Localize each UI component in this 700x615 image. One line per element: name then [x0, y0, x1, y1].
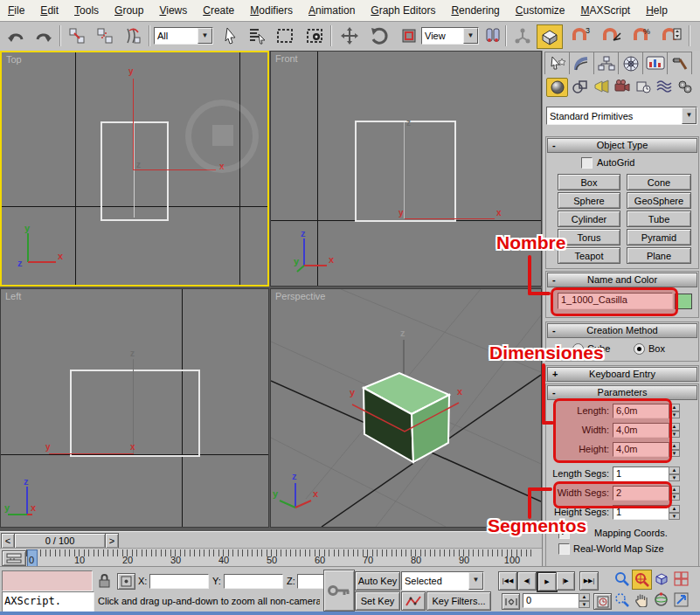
category-space-warps-icon[interactable] [654, 78, 674, 95]
previous-frame-button[interactable]: ◀| [517, 571, 537, 591]
category-cameras-icon[interactable] [612, 78, 632, 95]
menu-item-group[interactable]: Group [107, 2, 151, 19]
category-shapes-icon[interactable] [570, 78, 590, 95]
tab-display[interactable] [642, 52, 668, 74]
tab-utilities[interactable] [667, 52, 692, 74]
region-zoom-icon[interactable] [613, 591, 631, 609]
maxscript-listener-input[interactable]: AXScript. [2, 591, 94, 612]
viewport-perspective-label[interactable]: Perspective [275, 291, 325, 301]
keyboard-shortcut-override-icon[interactable] [537, 24, 563, 49]
viewport-left-label[interactable]: Left [5, 291, 21, 301]
unlink-selection-icon[interactable] [94, 25, 115, 46]
select-and-manipulate-icon[interactable] [512, 25, 533, 46]
select-and-rotate-icon[interactable] [369, 25, 390, 46]
rollout-name-color-header[interactable]: - Name and Color [547, 273, 697, 287]
length-segs-field[interactable]: 1 [613, 466, 670, 481]
rollout-keyboard-entry-header[interactable]: + Keyboard Entry [547, 367, 697, 382]
object-type-button-sphere[interactable]: Sphere [558, 192, 620, 209]
width-spinner[interactable]: ▲▼ [669, 423, 680, 438]
menu-item-tools[interactable]: Tools [66, 2, 107, 19]
menu-item-help[interactable]: Help [638, 2, 676, 19]
object-type-button-pyramid[interactable]: Pyramid [627, 229, 691, 245]
bind-to-space-warp-icon[interactable] [122, 25, 143, 46]
menu-item-modifiers[interactable]: Modifiers [242, 2, 301, 19]
height-spinner[interactable]: ▲▼ [669, 442, 680, 457]
collapse-icon[interactable]: - [552, 324, 556, 337]
category-lights-icon[interactable] [591, 78, 611, 95]
object-type-button-plane[interactable]: Plane [627, 247, 691, 264]
new-key-mode-icon[interactable] [401, 591, 426, 611]
expand-icon[interactable]: + [552, 368, 558, 381]
key-mode-toggle-icon[interactable] [502, 593, 520, 610]
menu-item-edit[interactable]: Edit [32, 2, 66, 19]
height-segs-spinner[interactable]: ▲▼ [669, 505, 680, 520]
collapse-icon[interactable]: - [552, 273, 556, 287]
menu-item-maxscript[interactable]: MAXScript [573, 2, 639, 19]
viewcube-compass[interactable] [185, 100, 259, 173]
time-slider-handle[interactable]: 0 / 100 [14, 533, 106, 549]
object-type-button-geosphere[interactable]: GeoSphere [627, 192, 691, 209]
set-keys-button[interactable] [323, 570, 355, 612]
mini-curve-editor-button[interactable] [2, 550, 26, 566]
time-slider-prev-button[interactable]: < [1, 533, 15, 549]
object-type-button-torus[interactable]: Torus [558, 229, 620, 245]
radio-box[interactable] [634, 343, 645, 355]
length-segs-spinner[interactable]: ▲▼ [669, 466, 680, 481]
tab-hierarchy[interactable] [593, 52, 619, 74]
menu-item-views[interactable]: Views [151, 2, 195, 19]
autogrid-checkbox[interactable] [581, 157, 593, 169]
spinner-snap-toggle-icon[interactable] [661, 25, 682, 46]
set-key-button[interactable]: Set Key [355, 591, 400, 611]
menu-item-customize[interactable]: Customize [508, 2, 573, 19]
select-and-scale-icon[interactable] [399, 25, 419, 46]
dropdown-arrow-icon[interactable]: ▼ [463, 28, 478, 44]
object-type-button-teapot[interactable]: Teapot [558, 247, 620, 264]
zoom-extents-all-icon[interactable] [672, 570, 690, 588]
viewport-perspective[interactable]: Perspective y x z z y x [270, 288, 542, 528]
object-type-button-box[interactable]: Box [558, 174, 620, 190]
menu-item-graph-editors[interactable]: Graph Editors [363, 2, 443, 19]
menu-item-animation[interactable]: Animation [301, 2, 363, 19]
track-bar[interactable]: 0102030405060708090100 [0, 548, 542, 567]
tab-motion[interactable] [618, 52, 643, 74]
zoom-extents-icon[interactable] [652, 570, 670, 588]
box-wireframe-top[interactable] [100, 121, 169, 221]
percent-snap-toggle-icon[interactable]: % [631, 25, 652, 46]
undo-icon[interactable] [5, 25, 26, 46]
length-spinner[interactable]: ▲▼ [669, 404, 680, 418]
width-field[interactable]: 4,0m [613, 423, 670, 438]
redo-icon[interactable] [33, 25, 54, 46]
maxscript-listener-pink[interactable] [2, 570, 93, 591]
use-pivot-point-center-icon[interactable] [482, 25, 503, 46]
tab-create[interactable] [544, 52, 570, 74]
play-button[interactable]: ▶ [537, 571, 558, 592]
coord-x-field[interactable] [149, 574, 209, 589]
dropdown-arrow-icon[interactable]: ▼ [682, 107, 697, 124]
menu-item-create[interactable]: Create [195, 2, 242, 19]
length-field[interactable]: 6,0m [613, 404, 670, 418]
select-and-move-icon[interactable] [339, 25, 360, 46]
select-object-icon[interactable] [220, 25, 241, 46]
viewport-top-label[interactable]: Top [6, 54, 22, 65]
width-segs-field[interactable]: 2 [613, 486, 670, 501]
viewport-front-label[interactable]: Front [275, 53, 298, 64]
auto-key-button[interactable]: Auto Key [355, 571, 400, 591]
viewport-top[interactable]: Top y x z y x z [0, 51, 269, 287]
selection-filter-dropdown[interactable]: All ▼ [154, 27, 213, 45]
absolute-mode-toggle-icon[interactable] [117, 573, 135, 590]
reference-coordinate-dropdown[interactable]: View ▼ [421, 27, 479, 45]
pan-hand-icon[interactable] [632, 591, 650, 609]
real-world-checkbox[interactable] [558, 543, 570, 555]
collapse-icon[interactable]: - [552, 386, 556, 399]
collapse-icon[interactable]: - [552, 139, 556, 152]
tab-modify[interactable] [569, 52, 594, 74]
rollout-creation-method-header[interactable]: - Creation Method [547, 323, 697, 338]
snaps-toggle-3d-icon[interactable]: 3 [570, 25, 591, 46]
category-systems-icon[interactable] [675, 78, 695, 95]
height-segs-field[interactable]: 1 [613, 505, 670, 520]
time-slider-next-button[interactable]: > [105, 533, 119, 549]
frame-spinner[interactable]: ▲▼ [579, 593, 590, 608]
object-color-swatch[interactable] [675, 294, 692, 309]
object-type-button-cylinder[interactable]: Cylinder [558, 211, 620, 227]
menu-item-rendering[interactable]: Rendering [443, 2, 507, 19]
